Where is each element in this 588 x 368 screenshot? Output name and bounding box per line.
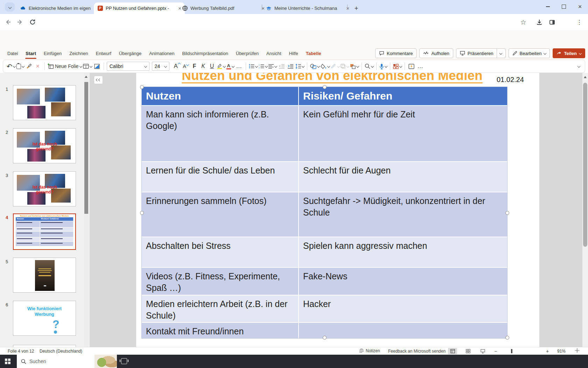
browser-tab-powerpoint[interactable]: P PP Nutzen und Gefahren.pptx - × bbox=[94, 2, 185, 14]
italic-button[interactable]: K bbox=[200, 61, 207, 71]
table-row[interactable]: Abschalten bei Stress Spielen kann aggre… bbox=[142, 237, 507, 267]
forward-button[interactable] bbox=[16, 18, 24, 26]
align-button[interactable] bbox=[268, 61, 277, 71]
share-button[interactable]: Teilen bbox=[553, 48, 585, 58]
browser-tab-pdf[interactable]: Werbung Tafelbild.pdf × bbox=[178, 2, 268, 14]
ribbon-tab-entwurf[interactable]: Entwurf bbox=[92, 47, 115, 60]
notes-toggle[interactable]: Notizen bbox=[359, 348, 380, 353]
ribbon-tab-datei[interactable]: Datei bbox=[4, 47, 22, 60]
selection-handle-bottom-center[interactable] bbox=[323, 336, 327, 340]
close-tab-icon[interactable]: × bbox=[346, 6, 349, 11]
find-button[interactable] bbox=[365, 61, 373, 71]
slideshow-view-button[interactable] bbox=[478, 348, 487, 354]
slide-thumbnail-1[interactable] bbox=[13, 85, 76, 120]
zoom-slider-thumb[interactable] bbox=[511, 349, 512, 353]
catch-up-button[interactable]: Aufholen bbox=[419, 48, 453, 58]
browser-tab-onedrive[interactable]: Elektronische Medien im eigene × bbox=[17, 2, 100, 14]
task-view-button[interactable] bbox=[121, 358, 127, 364]
highlight-color-button[interactable] bbox=[217, 61, 225, 71]
undo-button[interactable]: ↶ bbox=[7, 61, 15, 71]
reload-button[interactable] bbox=[29, 18, 36, 26]
bold-button[interactable]: F bbox=[191, 61, 198, 71]
new-slide-button[interactable]: Neue Folie bbox=[48, 61, 82, 71]
selection-handle-top-left[interactable] bbox=[140, 85, 144, 89]
table-row[interactable]: Videos (z.B. Fitness, Experimente, Spaß … bbox=[142, 267, 507, 295]
slide-thumbnail-4-selected[interactable]: Nutzen und Gefahren von elektronischen M… bbox=[13, 213, 76, 250]
ribbon-tab-start[interactable]: Start bbox=[22, 47, 40, 60]
toolbar-collapse-chevron[interactable] bbox=[578, 65, 580, 68]
font-color-button[interactable]: A bbox=[226, 61, 234, 71]
zoom-level[interactable]: 91% bbox=[557, 349, 566, 354]
scroll-up-arrow[interactable] bbox=[85, 76, 88, 78]
selection-handle-bottom-right[interactable] bbox=[505, 336, 509, 340]
ribbon-tab-ueberpruefen[interactable]: Überprüfen bbox=[232, 47, 262, 60]
slide-thumbnail-5[interactable] bbox=[13, 258, 76, 293]
line-spacing-button[interactable] bbox=[295, 61, 304, 71]
dictate-button[interactable] bbox=[379, 61, 387, 71]
table-header-nutzen[interactable]: Nutzen bbox=[142, 87, 299, 105]
numbered-list-button[interactable]: 12 bbox=[259, 61, 267, 71]
designer-pane-button[interactable] bbox=[393, 61, 402, 71]
shrink-font-button[interactable]: A bbox=[182, 61, 190, 71]
scroll-up-arrow[interactable] bbox=[584, 76, 587, 78]
ribbon-tab-einfuegen[interactable]: Einfügen bbox=[40, 47, 65, 60]
scrollbar-thumb[interactable] bbox=[583, 83, 587, 247]
ribbon-tab-tabelle[interactable]: Tabelle bbox=[302, 47, 325, 60]
slide-thumbnail-3[interactable]: Ist das noch gesund? bbox=[13, 171, 76, 206]
zoom-out-button[interactable]: − bbox=[494, 348, 497, 354]
table-row[interactable]: Erinnerungen sammeln (Fotos) Suchtgefahr… bbox=[142, 192, 507, 237]
start-button[interactable] bbox=[5, 359, 10, 364]
close-window-button[interactable]: × bbox=[572, 0, 588, 13]
canvas-scrollbar[interactable] bbox=[582, 73, 588, 347]
slide-counter[interactable]: Folie 4 von 12 bbox=[8, 349, 34, 354]
panel-collapse-button[interactable] bbox=[94, 76, 103, 84]
selection-handle-left[interactable] bbox=[140, 211, 144, 215]
table-header-row[interactable]: Nutzen Risiken/ Gefahren bbox=[142, 87, 507, 105]
slide-date[interactable]: 01.02.24 bbox=[497, 76, 524, 84]
browser-menu-button[interactable]: ⋮ bbox=[575, 18, 583, 26]
shape-outline-button[interactable] bbox=[331, 61, 340, 71]
slide-sorter-view-button[interactable] bbox=[463, 348, 472, 354]
search-highlight-image[interactable] bbox=[94, 355, 117, 368]
maximize-button[interactable] bbox=[556, 0, 572, 13]
ribbon-tab-zeichnen[interactable]: Zeichnen bbox=[65, 47, 92, 60]
table-row[interactable]: Lernen für die Schule/ das Leben Schlech… bbox=[142, 161, 507, 192]
ribbon-tab-bildschirmpraesentation[interactable]: Bildschirmpräsentation bbox=[178, 47, 232, 60]
shape-fill-button[interactable] bbox=[321, 61, 330, 71]
toolbar-overflow-button[interactable]: … bbox=[416, 61, 424, 71]
bookmark-star-button[interactable]: ☆ bbox=[519, 18, 527, 26]
more-font-options-button[interactable]: … bbox=[235, 61, 243, 71]
ribbon-tab-uebergaenge[interactable]: Übergänge bbox=[115, 47, 145, 60]
comments-button[interactable]: Kommentare bbox=[375, 48, 416, 58]
content-table[interactable]: Nutzen Risiken/ Gefahren Man kann sich i… bbox=[142, 87, 507, 338]
normal-view-button[interactable] bbox=[448, 348, 457, 354]
arrange-button[interactable] bbox=[350, 61, 359, 71]
slide-title[interactable]: Nutzen und Gefahren von elektronischen M… bbox=[150, 73, 514, 83]
delete-button[interactable]: × bbox=[34, 61, 42, 71]
side-panel-button[interactable] bbox=[548, 18, 556, 26]
tab-search-button[interactable] bbox=[5, 2, 15, 12]
back-button[interactable] bbox=[4, 18, 12, 26]
feedback-link[interactable]: Feedback an Microsoft senden bbox=[388, 349, 446, 354]
panel-scrollbar[interactable] bbox=[84, 73, 89, 347]
shapes-button[interactable] bbox=[310, 61, 320, 71]
taskbar-search-box[interactable]: Suchen bbox=[17, 355, 117, 368]
font-size-select[interactable]: 24 bbox=[152, 62, 169, 71]
browser-tab-schulmanager[interactable]: Meine Unterrichte - Schulmana × bbox=[262, 2, 353, 14]
grow-font-button[interactable]: A bbox=[173, 61, 181, 71]
fit-to-window-button[interactable] bbox=[575, 348, 580, 354]
downloads-button[interactable] bbox=[536, 18, 543, 26]
minimize-button[interactable] bbox=[540, 0, 556, 13]
underline-button[interactable]: U bbox=[208, 61, 216, 71]
scrollbar-thumb[interactable] bbox=[84, 82, 88, 214]
table-row[interactable]: Medien erleichtern Arbeit (z.B. in der S… bbox=[142, 295, 507, 322]
present-button[interactable]: Präsentieren bbox=[456, 48, 506, 58]
layout-button[interactable] bbox=[83, 61, 92, 71]
slide-canvas[interactable]: Nutzen und Gefahren von elektronischen M… bbox=[136, 73, 539, 347]
present-dropdown[interactable] bbox=[497, 49, 502, 58]
quick-actions-button[interactable] bbox=[408, 61, 415, 71]
shape-effects-button[interactable] bbox=[341, 61, 349, 71]
paste-button[interactable] bbox=[16, 61, 24, 71]
format-painter-button[interactable] bbox=[25, 61, 33, 71]
selection-handle-top-center[interactable] bbox=[323, 85, 327, 89]
